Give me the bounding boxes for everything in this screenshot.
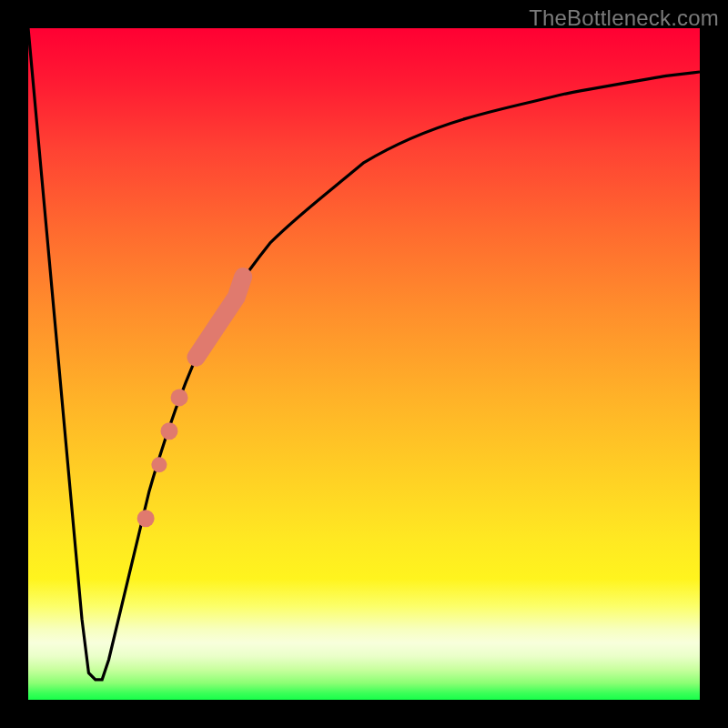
- marker-dot-2: [160, 422, 177, 440]
- chart-frame: TheBottleneck.com: [0, 0, 728, 728]
- watermark-text: TheBottleneck.com: [529, 5, 719, 31]
- bottleneck-curve: [28, 28, 700, 680]
- chart-plot-area: [28, 28, 700, 700]
- chart-svg: [28, 28, 700, 700]
- marker-dot-1: [171, 389, 188, 406]
- highlight-segment: [197, 277, 244, 358]
- marker-dot-4: [137, 510, 155, 527]
- marker-dot-3: [151, 457, 167, 472]
